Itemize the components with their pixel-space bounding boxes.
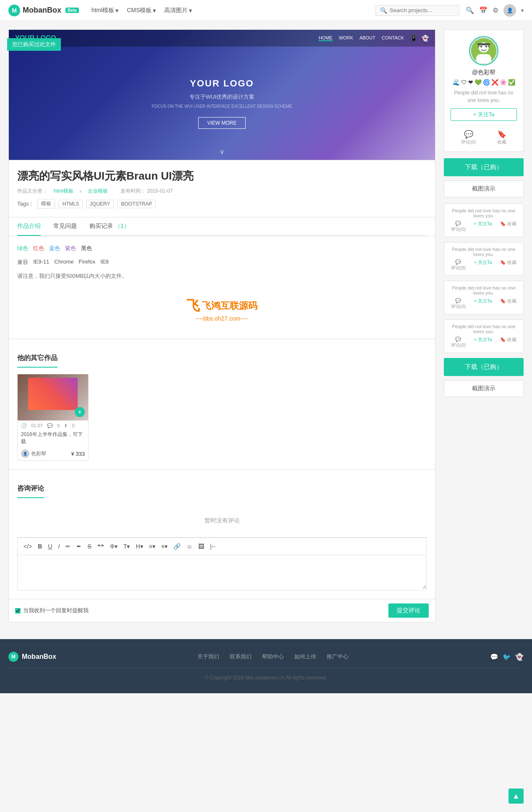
screenshot-button-2[interactable]: 截图演示 [444,380,524,397]
weibo-icon[interactable]: 🐦 [503,653,511,661]
footer-link-help[interactable]: 帮助中心 [262,653,284,661]
font-btn[interactable]: Φ▾ [108,542,119,551]
list-btn[interactable]: ≡▾ [147,542,157,551]
add-to-cart-button[interactable]: + [75,407,85,417]
footer-social: 💬 🐦 👻 [490,653,524,661]
color-blue[interactable]: 蓝色 [49,245,60,252]
mini-cards: People did not love has no one loves you… [444,204,524,353]
tab-intro[interactable]: 作品介绍 [17,217,41,236]
mini-follow-4[interactable]: + 关注Ta [474,337,492,348]
color-purple[interactable]: 紫色 [65,245,76,252]
search-input[interactable] [390,7,455,13]
mini-follow-2[interactable]: + 关注Ta [474,259,492,271]
compat-ie8: IE8 [100,258,109,266]
mini-collect-1[interactable]: 🔖 收藏 [500,221,516,232]
follow-button[interactable]: + 关注Ta [451,108,517,121]
notify-checkbox[interactable] [15,608,21,614]
text-btn[interactable]: T▾ [122,542,132,551]
preview-view-more-button[interactable]: VIEW MORE [198,117,245,129]
calendar-icon[interactable]: 📅 [479,6,487,14]
underline-btn[interactable]: U [46,542,54,551]
quote-btn[interactable]: ❝❝ [96,542,106,551]
product-tags: Tags： 模板 HTML5 JQUERY BOOTSTRAP [17,199,427,209]
mini-follow-1[interactable]: + 关注Ta [474,221,492,232]
work-downloads: 0 [72,423,74,428]
emoji-btn[interactable]: ☺ [185,542,194,551]
sidebar: @色彩帮 🌊🛡❤💚🌀❌🌸✅ People did not love has no… [444,29,524,622]
sub-category-link[interactable]: 企业模板 [88,188,108,195]
collect-icon-4: 🔖 [500,337,506,342]
comment-textarea[interactable] [18,555,426,589]
mini-comment-2[interactable]: 💬 评论(0) [451,259,466,271]
collect-icon: 🔖 [497,130,506,139]
mini-card-1: People did not love has no one loves you… [444,204,524,237]
download-button-2[interactable]: 下载（已购） [444,358,524,376]
heading-btn[interactable]: H▾ [134,542,144,551]
tag-item[interactable]: 模板 [37,199,55,209]
mini-collect-3[interactable]: 🔖 收藏 [500,298,516,310]
mini-collect-4[interactable]: 🔖 收藏 [500,337,516,348]
watermark-icon: 飞 [186,297,200,315]
compat-ie9: IE9-11 [33,258,49,266]
search-icon[interactable]: 🔍 [466,6,474,14]
footer-link-upload[interactable]: 如何上传 [294,653,316,661]
snapchat-icon[interactable]: 👻 [515,653,524,661]
tag-item[interactable]: HTML5 [58,200,82,208]
work-comments: 0 [57,423,60,428]
site-logo[interactable]: M MobanBox Beta [8,5,79,16]
mini-collect-2[interactable]: 🔖 收藏 [500,259,516,271]
mini-comment-4[interactable]: 💬 评论(0) [451,337,466,348]
mini-comment-3[interactable]: 💬 评论(0) [451,298,466,310]
tag-item[interactable]: JQUERY [86,200,114,208]
gear-icon[interactable]: ⚙ [493,6,498,14]
nav-item-cms[interactable]: CMS模板 ▾ [127,7,156,14]
tab-faq[interactable]: 常见问题 [53,217,77,236]
logo-icon: M [8,5,20,16]
collect-stat[interactable]: 🔖 收藏 [497,130,506,145]
pen2-btn[interactable]: ✒ [75,542,83,551]
footer-link-contact[interactable]: 联系我们 [230,653,252,661]
watermark-line2: ----bbs.oh27.com---- [17,315,427,322]
download-button[interactable]: 下载（已购） [444,158,524,176]
work-price: ¥ 333 [71,451,85,457]
code-btn[interactable]: </> [22,542,34,551]
tag-item[interactable]: BOOTSTRAP [117,200,156,208]
italic-btn[interactable]: I [57,542,62,551]
nav-item-images[interactable]: 高清图片 ▾ [164,7,192,14]
mini-comment-1[interactable]: 💬 评论(0) [451,221,466,232]
footer: M MobanBox 关于我们 联系我们 帮助中心 如何上传 推广中心 💬 🐦 … [0,639,532,693]
footer-links: 关于我们 联系我们 帮助中心 如何上传 推广中心 [197,653,349,661]
mini-follow-3[interactable]: + 关注Ta [474,298,492,310]
category-label: 作品主分类： [17,188,47,195]
align-btn[interactable]: ≡▾ [160,542,169,551]
image-btn[interactable]: 🖼 [197,542,206,551]
tab-purchase[interactable]: 购买记录 （1） [89,217,130,236]
nav-item-html[interactable]: html模板 ▾ [92,7,118,14]
color-red[interactable]: 红色 [33,245,44,252]
svg-point-3 [480,46,482,47]
screenshot-button[interactable]: 截图演示 [444,180,524,197]
pen-btn[interactable]: ✏ [64,542,72,551]
category-link[interactable]: html模板 [54,188,73,195]
submit-comment-button[interactable]: 提交评论 [388,603,429,618]
compat-chrome: Chrome [54,258,73,266]
color-black[interactable]: 黑色 [81,245,92,252]
footer-link-promote[interactable]: 推广中心 [327,653,349,661]
work-card-author: 👤 色彩帮 ¥ 333 [18,448,88,460]
color-green[interactable]: 绿色 [17,245,28,252]
comments-section: 咨询评论 暂时没有评论 </> B U I ✏ ✒ S ❝❝ Φ▾ T▾ H▾ … [8,470,435,599]
wechat-icon[interactable]: 💬 [490,653,498,661]
chevron-down-icon[interactable]: ▾ [521,8,524,13]
strikethrough-btn[interactable]: S [86,542,93,551]
notify-checkbox-label[interactable]: 当我收到一个回复时提醒我 [15,607,89,614]
comment-stat[interactable]: 💬 评论(0) [461,130,476,145]
avatar[interactable]: 👤 [503,4,516,17]
search-box[interactable]: 🔍 [375,5,459,16]
link-btn[interactable]: 🔗 [172,542,182,551]
watermark-line1: 飞鸿互联源码 [202,300,257,312]
bold-btn[interactable]: B [36,542,44,551]
footer-link-about[interactable]: 关于我们 [197,653,219,661]
media-btn[interactable]: |-- [208,542,217,551]
mini-btn-row-3: 💬 评论(0) + 关注Ta 🔖 收藏 [448,298,519,310]
preview-image: YOUR LOGO HOME WORK ABOUT CONTACK 📱 👻 YO… [9,30,435,160]
